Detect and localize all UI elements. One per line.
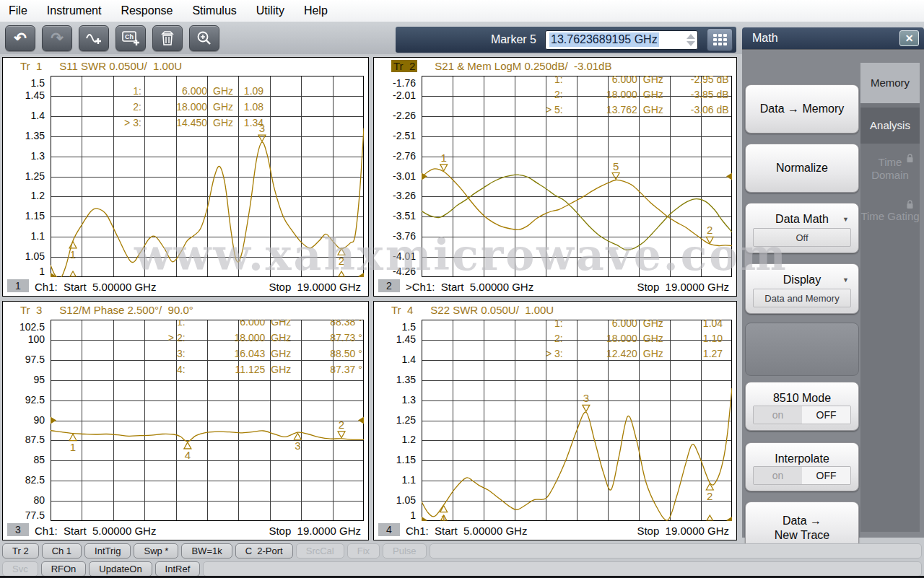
y-axis-tick: 1 <box>374 509 416 521</box>
plot-quadrant-4[interactable]: Tr 4S22 SWR 0.050U/ 1.00U1.51.451.41.351… <box>373 301 737 540</box>
status-row-1: Tr 2Ch 1IntTrigSwp *BW=1kC 2-PortSrcCalF… <box>0 543 924 560</box>
measurement-title: S21 & Mem LogM 0.250dB/ -3.01dB <box>435 60 611 72</box>
tab-time-domain: Time Domain <box>860 148 920 190</box>
status-svc[interactable]: Svc <box>2 561 38 577</box>
status-tr-2[interactable]: Tr 2 <box>2 543 39 559</box>
marker-spinner[interactable] <box>687 34 695 46</box>
status-intref[interactable]: IntRef <box>155 561 201 577</box>
svg-text:-3.06 dB: -3.06 dB <box>691 104 729 115</box>
math-panel-body: Memory Analysis Time Domain Time Gating … <box>742 49 924 538</box>
trace-label[interactable]: Tr 2 <box>391 60 417 72</box>
y-axis-tick: 1 <box>3 266 45 277</box>
status-updateon[interactable]: UpdateOn <box>89 561 152 577</box>
status-bw-1k[interactable]: BW=1k <box>181 543 232 559</box>
data-to-memory-button[interactable]: Data → Memory <box>745 84 859 133</box>
trace-label[interactable]: Tr 4 <box>391 304 413 316</box>
delete-button[interactable] <box>152 25 183 51</box>
svg-text:1:: 1: <box>133 85 141 97</box>
y-axis-tick: -3.26 <box>374 190 416 201</box>
svg-text:2: 2 <box>707 490 712 502</box>
close-button[interactable]: ✕ <box>899 30 919 46</box>
tab-analysis[interactable]: Analysis <box>860 108 920 144</box>
svg-text:18.000: 18.000 <box>176 101 207 113</box>
undo-button[interactable]: ↶ <box>5 25 35 51</box>
status-inttrig[interactable]: IntTrig <box>84 543 131 559</box>
data-math-button[interactable]: Data Math ▼ Off <box>745 203 859 253</box>
display-value[interactable]: Data and Memory <box>753 289 851 307</box>
status-fix[interactable]: Fix <box>347 543 380 559</box>
status-srccal[interactable]: SrcCal <box>296 543 344 559</box>
window-number-badge[interactable]: 4 <box>378 523 400 536</box>
svg-text:3:: 3: <box>177 348 186 359</box>
spinner-down-icon[interactable] <box>687 41 695 46</box>
menu-utility[interactable]: Utility <box>256 4 284 17</box>
svg-text:2:: 2: <box>133 101 141 113</box>
interpolate-toggle[interactable]: on OFF <box>753 466 851 485</box>
measurement-title: S12/M Phase 2.500°/ 90.0° <box>59 304 193 316</box>
menu-help[interactable]: Help <box>304 4 328 17</box>
zoom-icon <box>196 30 212 46</box>
channel-stimulus-stop: Stop 19.0000 GHz <box>637 525 729 537</box>
menu-response[interactable]: Response <box>121 4 173 17</box>
close-icon: ✕ <box>905 32 914 44</box>
marker-label: Marker 5 <box>491 33 536 46</box>
math-tab-column: Memory Analysis Time Domain Time Gating <box>860 63 920 532</box>
keypad-button[interactable] <box>707 28 733 51</box>
svg-text:16.043: 16.043 <box>234 348 265 359</box>
redo-button[interactable]: ↷ <box>42 25 72 51</box>
window-number-badge[interactable]: 3 <box>7 523 29 536</box>
normalize-button[interactable]: Normalize <box>745 144 859 193</box>
add-channel-icon: Ch <box>121 30 140 47</box>
status-c-2-port[interactable]: C 2-Port <box>235 543 293 559</box>
menu-instrument[interactable]: Instrument <box>47 4 102 17</box>
add-trace-button[interactable] <box>79 25 109 51</box>
svg-text:-3.85 dB: -3.85 dB <box>691 89 729 100</box>
svg-text:GHz: GHz <box>643 333 663 344</box>
trace-label[interactable]: Tr 1 <box>20 60 42 72</box>
status-ch-1[interactable]: Ch 1 <box>42 543 82 559</box>
svg-text:6.000: 6.000 <box>612 76 637 85</box>
measurement-title: S22 SWR 0.050U/ 1.00U <box>430 304 554 316</box>
display-button[interactable]: Display ▼ Data and Memory <box>745 263 859 314</box>
menu-stimulus[interactable]: Stimulus <box>192 4 236 17</box>
status-swp-[interactable]: Swp * <box>134 543 178 559</box>
marker-value-input[interactable]: 13.7623689195 GHz <box>545 30 698 50</box>
y-axis-tick: -3.51 <box>374 210 416 222</box>
svg-text:> 3:: > 3: <box>124 117 141 128</box>
y-axis-tick: 1.35 <box>374 374 416 385</box>
status-pulse[interactable]: Pulse <box>383 543 427 559</box>
svg-text:GHz: GHz <box>643 89 663 100</box>
menu-file[interactable]: File <box>9 4 27 17</box>
svg-text:GHz: GHz <box>271 320 291 328</box>
y-axis-tick: 95 <box>3 374 45 385</box>
zoom-button[interactable] <box>189 25 219 51</box>
svg-text:3: 3 <box>259 122 265 134</box>
y-axis-tick: 82.5 <box>3 474 45 486</box>
marker-value[interactable]: 13.7623689195 GHz <box>549 32 659 47</box>
add-channel-button[interactable]: Ch <box>116 25 146 51</box>
trace-title: Tr 2S21 & Mem LogM 0.250dB/ -3.01dB <box>391 60 611 72</box>
status-rfon[interactable]: RFOn <box>41 561 87 577</box>
svg-text:13.762: 13.762 <box>606 104 637 115</box>
mode-8510-button[interactable]: 8510 Mode on OFF <box>745 382 859 431</box>
redo-icon: ↷ <box>51 30 64 47</box>
window-number-badge[interactable]: 2 <box>378 279 400 292</box>
svg-text:1:: 1: <box>554 76 563 85</box>
data-math-value[interactable]: Off <box>753 228 851 247</box>
trace-label[interactable]: Tr 3 <box>20 304 42 316</box>
plot-quadrant-3[interactable]: Tr 3S12/M Phase 2.500°/ 90.0°102.510097.… <box>2 301 369 540</box>
spinner-up-icon[interactable] <box>687 34 695 39</box>
channel-stimulus-stop: Stop 19.0000 GHz <box>269 281 361 293</box>
mode-8510-toggle[interactable]: on OFF <box>753 406 851 424</box>
y-axis-tick: 1.35 <box>3 130 45 141</box>
y-axis-tick: 77.5 <box>3 509 45 521</box>
y-axis-tick: 1.25 <box>374 414 416 426</box>
y-axis-tick: 1.45 <box>374 333 416 345</box>
tab-memory[interactable]: Memory <box>860 63 920 103</box>
plot-quadrant-2[interactable]: Tr 2S21 & Mem LogM 0.250dB/ -3.01dB-1.76… <box>373 57 737 297</box>
channel-stimulus-start: >Ch1: Start 5.00000 GHz <box>406 281 533 293</box>
plot-quadrant-1[interactable]: Tr 1S11 SWR 0.050U/ 1.00U1.51.451.41.351… <box>2 57 369 297</box>
interpolate-button[interactable]: Interpolate on OFF <box>745 442 859 491</box>
window-number-badge[interactable]: 1 <box>7 279 29 292</box>
undo-icon: ↶ <box>14 30 27 47</box>
